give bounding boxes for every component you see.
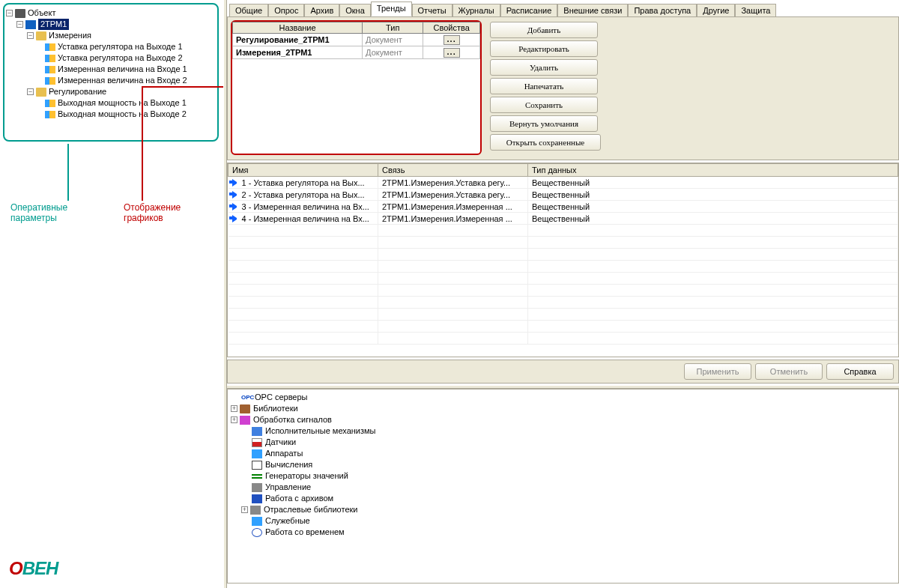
col-link[interactable]: Связь [378,164,528,177]
table-row[interactable]: 4 - Измеренная величина на Вх...2ТРМ1.Из… [228,213,898,225]
tab-schedule[interactable]: Расписание [500,4,558,17]
lib-sensors[interactable]: Датчики [231,437,895,448]
lib-generators[interactable]: Генераторы значений [231,470,895,482]
calc-icon [252,461,262,470]
lib-archive[interactable]: Работа с архивом [231,493,895,504]
signal-icon [240,416,250,425]
tab-poll[interactable]: Опрос [268,4,304,17]
col-type[interactable]: Тип [363,22,423,34]
expander-icon[interactable]: − [6,10,13,16]
tree-selected-label: 2ТРМ1 [38,19,69,30]
tab-journals[interactable]: Журналы [452,4,500,17]
col-props[interactable]: Свойства [423,22,480,34]
industry-icon [250,506,261,515]
tab-access[interactable]: Права доступа [628,4,697,17]
param-icon [45,77,55,85]
expander-icon[interactable]: + [231,405,237,412]
annotation-connector [142,86,143,201]
gen-icon [252,474,262,479]
lib-time[interactable]: Работа со временем [231,527,895,538]
cancel-button[interactable]: Отменить [755,363,823,380]
props-button[interactable]: ... [444,35,460,45]
tree-param[interactable]: Выходная мощность на Выходе 1 [6,97,216,109]
save-button[interactable]: Сохранить [490,97,598,113]
tab-general[interactable]: Общие [229,4,268,17]
table-row[interactable]: 3 - Измеренная величина на Вх...2ТРМ1.Из… [228,201,898,213]
tab-protection[interactable]: Защита [735,4,776,17]
footer-panel: Применить Отменить Справка [227,360,899,384]
edit-button[interactable]: Редактировать [490,40,598,57]
lib-signals[interactable]: +Обработка сигналов [231,414,895,425]
lib-opc[interactable]: OPCOPC серверы [231,392,895,403]
param-icon [45,43,55,51]
tab-other[interactable]: Другие [697,4,735,17]
lib-industry[interactable]: +Отраслевые библиотеки [231,504,895,515]
param-icon [45,111,55,118]
lib-mechanisms[interactable]: Исполнительные механизмы [231,425,895,437]
device-icon [25,20,36,29]
expander-icon[interactable]: − [16,21,23,28]
annotation-params: Оперативные параметры [10,202,67,223]
lib-books[interactable]: +Библиотеки [231,403,895,414]
mech-icon [252,427,262,436]
archive-icon [252,494,262,503]
props-button[interactable]: ... [444,48,460,58]
service-icon [252,517,262,526]
tree-group-meas[interactable]: − Измерения [6,30,216,41]
tree-param[interactable]: Измеренная величина на Входе 1 [6,64,216,75]
annotation-charts: Отображение графиков [124,202,181,223]
tree-param[interactable]: Уставка регулятора на Выходе 2 [6,52,216,64]
factory-icon [15,9,25,18]
delete-button[interactable]: Удалить [490,59,598,76]
expander-icon[interactable]: − [27,88,34,95]
tab-archive[interactable]: Архив [304,4,339,17]
table-row[interactable]: 2 - Уставка регулятора на Вых...2ТРМ1.Из… [228,189,898,201]
expander-icon[interactable]: − [27,32,34,39]
tab-windows[interactable]: Окна [339,4,371,17]
arrow-icon [232,215,240,222]
lib-devices[interactable]: Аппараты [231,448,895,459]
expander-icon[interactable]: + [231,416,237,423]
arrow-icon [232,179,240,187]
arrow-icon [232,191,240,198]
trends-panel: Название Тип Свойства Регулирование_2ТРМ… [227,16,899,160]
trend-row[interactable]: Регулирование_2ТРМ1 Документ ... [233,34,480,46]
arrow-icon [232,203,240,210]
annotation-connector [142,86,228,88]
tab-extlinks[interactable]: Внешние связи [557,4,628,17]
lib-service[interactable]: Служебные [231,515,895,527]
col-datatype[interactable]: Тип данных [528,164,898,177]
col-name[interactable]: Имя [228,164,378,177]
help-button[interactable]: Справка [826,363,894,380]
clock-icon [252,528,262,537]
expander-icon[interactable]: + [241,506,248,513]
tab-reports[interactable]: Отчеты [412,4,452,17]
tree-group-reg[interactable]: − Регулирование [6,86,216,97]
tree-root[interactable]: − Объект [6,7,216,19]
action-buttons: Добавить Редактировать Удалить Напечатат… [490,22,602,153]
tab-trends[interactable]: Тренды [371,1,412,16]
tree-param[interactable]: Выходная мощность на Выходе 2 [6,109,216,120]
annotation-connector [67,144,69,201]
trend-row[interactable]: Измерения_2ТРМ1 Документ ... [233,46,480,59]
tree-param[interactable]: Измеренная величина на Входе 2 [6,75,216,86]
print-button[interactable]: Напечатать [490,78,598,94]
control-icon [252,483,262,492]
opc-icon: OPC [241,393,252,402]
table-row[interactable]: 1 - Уставка регулятора на Вых...2ТРМ1.Из… [228,177,898,189]
trends-list: Название Тип Свойства Регулирование_2ТРМ… [231,20,482,155]
open-saved-button[interactable]: Открыть сохраненные [490,134,601,151]
col-name[interactable]: Название [233,22,363,34]
tree-device[interactable]: − 2ТРМ1 [6,19,216,30]
folder-icon [36,31,46,40]
param-icon [45,66,55,73]
lib-calc[interactable]: Вычисления [231,459,895,470]
param-icon [45,100,55,107]
apply-button[interactable]: Применить [684,363,751,380]
param-icon [45,55,55,62]
tree-param[interactable]: Уставка регулятора на Выходе 1 [6,41,216,52]
defaults-button[interactable]: Вернуть умолчания [490,115,598,132]
lib-control[interactable]: Управление [231,482,895,493]
object-tree-panel: − Объект − 2ТРМ1 − Измерения Уставка рег… [3,3,219,142]
add-button[interactable]: Добавить [490,22,598,38]
